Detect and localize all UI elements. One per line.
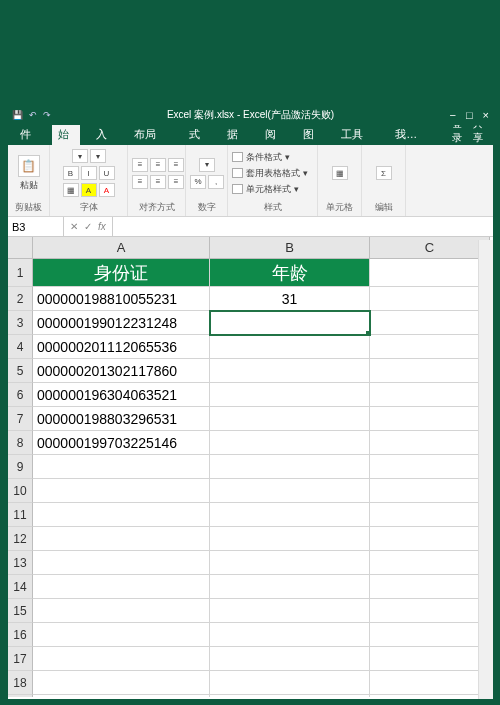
cell-A17[interactable]	[33, 647, 210, 671]
row-header-18[interactable]: 18	[8, 671, 33, 695]
format-table-button[interactable]: 套用表格格式 ▾	[232, 166, 308, 181]
align-center[interactable]: ≡	[150, 175, 166, 189]
align-right[interactable]: ≡	[168, 175, 184, 189]
cell-B19[interactable]	[210, 695, 370, 697]
cell-C13[interactable]	[370, 551, 490, 575]
cell-B14[interactable]	[210, 575, 370, 599]
row-header-17[interactable]: 17	[8, 647, 33, 671]
save-icon[interactable]: 💾	[12, 110, 23, 120]
cell-A10[interactable]	[33, 479, 210, 503]
cell-B6[interactable]	[210, 383, 370, 407]
cell-A15[interactable]	[33, 599, 210, 623]
cell-A2[interactable]: 000000198810055231	[33, 287, 210, 311]
cell-A13[interactable]	[33, 551, 210, 575]
row-header-15[interactable]: 15	[8, 599, 33, 623]
cell-B15[interactable]	[210, 599, 370, 623]
cell-A11[interactable]	[33, 503, 210, 527]
bold-button[interactable]: B	[63, 166, 79, 180]
cell-C8[interactable]	[370, 431, 490, 455]
cell-B8[interactable]	[210, 431, 370, 455]
number-format[interactable]: ▾	[199, 158, 215, 172]
select-all-corner[interactable]	[8, 237, 33, 259]
row-header-7[interactable]: 7	[8, 407, 33, 431]
row-header-19[interactable]: 19	[8, 695, 33, 697]
paste-button[interactable]: 📋 粘贴	[16, 153, 42, 194]
cell-C7[interactable]	[370, 407, 490, 431]
cell-B5[interactable]	[210, 359, 370, 383]
close-button[interactable]: ×	[483, 109, 489, 121]
font-select[interactable]: ▾	[72, 149, 88, 163]
cell-C3[interactable]	[370, 311, 490, 335]
align-left[interactable]: ≡	[132, 175, 148, 189]
cell-B12[interactable]	[210, 527, 370, 551]
cell-A19[interactable]	[33, 695, 210, 697]
vertical-scrollbar[interactable]	[478, 240, 493, 699]
align-mid[interactable]: ≡	[150, 158, 166, 172]
redo-icon[interactable]: ↷	[43, 110, 51, 120]
cell-B3[interactable]	[210, 311, 370, 335]
fx-icon[interactable]: fx	[98, 221, 106, 232]
col-header-A[interactable]: A	[33, 237, 210, 259]
name-box[interactable]: B3	[8, 217, 64, 236]
cell-B11[interactable]	[210, 503, 370, 527]
cell-C9[interactable]	[370, 455, 490, 479]
cell-C17[interactable]	[370, 647, 490, 671]
maximize-button[interactable]: □	[466, 109, 473, 121]
cell-C16[interactable]	[370, 623, 490, 647]
cell-A12[interactable]	[33, 527, 210, 551]
row-header-13[interactable]: 13	[8, 551, 33, 575]
cell-B1[interactable]: 年龄	[210, 259, 370, 287]
cell-A3[interactable]: 000000199012231248	[33, 311, 210, 335]
sum-button[interactable]: Σ	[376, 166, 392, 180]
row-header-5[interactable]: 5	[8, 359, 33, 383]
cell-A8[interactable]: 000000199703225146	[33, 431, 210, 455]
row-header-14[interactable]: 14	[8, 575, 33, 599]
row-header-6[interactable]: 6	[8, 383, 33, 407]
conditional-format-button[interactable]: 条件格式 ▾	[232, 150, 290, 165]
row-header-2[interactable]: 2	[8, 287, 33, 311]
col-header-B[interactable]: B	[210, 237, 370, 259]
cell-A7[interactable]: 000000198803296531	[33, 407, 210, 431]
cell-styles-button[interactable]: 单元格样式 ▾	[232, 182, 299, 197]
fill-button[interactable]: A	[81, 183, 97, 197]
col-header-C[interactable]: C	[370, 237, 490, 259]
cell-B4[interactable]	[210, 335, 370, 359]
cell-B7[interactable]	[210, 407, 370, 431]
cell-B2[interactable]: 31	[210, 287, 370, 311]
formula-enter-icon[interactable]: ✓	[84, 221, 92, 232]
cell-B10[interactable]	[210, 479, 370, 503]
cell-B9[interactable]	[210, 455, 370, 479]
cell-C4[interactable]	[370, 335, 490, 359]
cell-B13[interactable]	[210, 551, 370, 575]
cell-A9[interactable]	[33, 455, 210, 479]
row-header-4[interactable]: 4	[8, 335, 33, 359]
cell-A4[interactable]: 000000201112065536	[33, 335, 210, 359]
cell-A6[interactable]: 000000196304063521	[33, 383, 210, 407]
cell-B18[interactable]	[210, 671, 370, 695]
minimize-button[interactable]: −	[449, 109, 455, 121]
row-header-10[interactable]: 10	[8, 479, 33, 503]
cell-C6[interactable]	[370, 383, 490, 407]
cell-C14[interactable]	[370, 575, 490, 599]
cell-A16[interactable]	[33, 623, 210, 647]
cell-C18[interactable]	[370, 671, 490, 695]
cell-A5[interactable]: 000000201302117860	[33, 359, 210, 383]
cell-A18[interactable]	[33, 671, 210, 695]
cell-C12[interactable]	[370, 527, 490, 551]
cell-C2[interactable]	[370, 287, 490, 311]
border-button[interactable]: ▦	[63, 183, 79, 197]
cell-C19[interactable]	[370, 695, 490, 697]
italic-button[interactable]: I	[81, 166, 97, 180]
cell-C5[interactable]	[370, 359, 490, 383]
row-header-3[interactable]: 3	[8, 311, 33, 335]
undo-icon[interactable]: ↶	[29, 110, 37, 120]
align-top[interactable]: ≡	[132, 158, 148, 172]
cell-B17[interactable]	[210, 647, 370, 671]
insert-cell-button[interactable]: ▦	[332, 166, 348, 180]
cell-C1[interactable]	[370, 259, 490, 287]
comma-button[interactable]: ,	[208, 175, 224, 189]
formula-cancel-icon[interactable]: ✕	[70, 221, 78, 232]
percent-button[interactable]: %	[190, 175, 206, 189]
row-header-16[interactable]: 16	[8, 623, 33, 647]
row-header-11[interactable]: 11	[8, 503, 33, 527]
